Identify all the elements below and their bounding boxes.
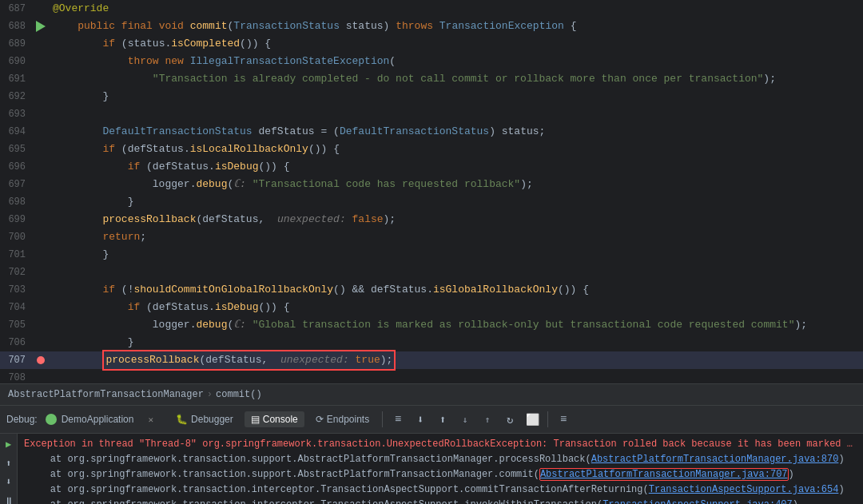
run-icon[interactable]: ▶ <box>2 439 15 451</box>
toolbar-separator-2 <box>547 411 548 427</box>
tab-console[interactable]: ▤ Console <box>245 411 304 427</box>
debug-toolbar: Debug: DemoApplication ✕ 🐛 Debugger ▤ Co… <box>0 406 863 434</box>
code-line-695: 695 if (defStatus.isLocalRollbackOnly())… <box>0 141 863 158</box>
console-content: ▶ ⬆ ⬇ ⏸ ⬛ Exception in thread "Thread-8"… <box>0 434 863 504</box>
code-line-690: 690 throw new IllegalTransactionStateExc… <box>0 53 863 70</box>
console-stack-line-1: at org.springframework.transaction.suppo… <box>24 452 857 467</box>
console-stack-line-4: at org.springframework.transaction.inter… <box>24 498 857 504</box>
code-line-699: 699 processRollback(defStatus, unexpecte… <box>0 211 863 228</box>
code-line-697: 697 logger.debug(ℂ: "Transactional code … <box>0 176 863 193</box>
debug-panel: Debug: DemoApplication ✕ 🐛 Debugger ▤ Co… <box>0 406 863 504</box>
console-area[interactable]: Exception in thread "Thread-8" org.sprin… <box>18 434 863 504</box>
code-line-708: 708 <box>0 369 863 383</box>
toolbar-step-into-btn[interactable]: ⇑ <box>479 411 496 428</box>
code-line-705: 705 logger.debug(ℂ: "Global transaction … <box>0 316 863 334</box>
toolbar-stop-btn[interactable]: ⬜ <box>523 411 541 428</box>
code-line-689: 689 if (status.isCompleted()) { <box>0 35 863 53</box>
code-line-691: 691 "Transaction is already completed - … <box>0 70 863 88</box>
code-line-687: 687 @Override <box>0 0 863 18</box>
code-line-696: 696 if (defStatus.isDebug()) { <box>0 158 863 176</box>
left-icons-bar: ▶ ⬆ ⬇ ⏸ ⬛ <box>0 434 18 504</box>
app-icon <box>46 414 57 425</box>
scroll-up-icon[interactable]: ⬆ <box>2 458 15 470</box>
breakpoint-indicator <box>37 356 45 364</box>
debug-label: Debug: <box>6 414 38 425</box>
code-line-706: 706 } <box>0 334 863 351</box>
toolbar-settings-btn[interactable]: ≡ <box>555 411 572 428</box>
tab-debugger[interactable]: 🐛 Debugger <box>169 411 240 427</box>
code-line-700: 700 return; <box>0 228 863 246</box>
tab-endpoints[interactable]: ⟳ Endpoints <box>309 411 376 427</box>
toolbar-refresh-btn[interactable]: ↻ <box>501 411 519 428</box>
code-editor[interactable]: 687 @Override 688 public final void comm… <box>0 0 863 383</box>
code-line-693: 693 <box>0 105 863 123</box>
code-line-704: 704 if (defStatus.isDebug()) { <box>0 299 863 316</box>
code-line-698: 698 } <box>0 193 863 211</box>
toolbar-up-btn[interactable]: ⬆ <box>434 411 451 428</box>
breadcrumb-bar: AbstractPlatformTransactionManager › com… <box>0 383 863 406</box>
code-line-694: 694 DefaultTransactionStatus defStatus =… <box>0 123 863 141</box>
toolbar-menu-btn[interactable]: ≡ <box>389 411 407 428</box>
toolbar-separator-1 <box>382 411 383 427</box>
breadcrumb-method[interactable]: commit() <box>216 389 262 400</box>
pause-icon[interactable]: ⏸ <box>2 495 15 504</box>
console-error-line: Exception in thread "Thread-8" org.sprin… <box>24 437 857 452</box>
code-line-702: 702 <box>0 264 863 281</box>
stack-link-1[interactable]: AbstractPlatformTransactionManager.java:… <box>591 454 839 465</box>
code-line-707: 707 processRollback(defStatus, unexpecte… <box>0 351 863 369</box>
current-line-arrow <box>36 21 46 32</box>
code-line-692: 692 } <box>0 88 863 105</box>
toolbar-down-btn[interactable]: ⬇ <box>412 411 429 428</box>
console-icon: ▤ <box>251 414 260 425</box>
app-close-btn[interactable]: ✕ <box>148 415 153 425</box>
stack-link-2[interactable]: AbstractPlatformTransactionManager.java:… <box>539 468 789 481</box>
debugger-icon: 🐛 <box>176 414 188 425</box>
console-stack-line-2: at org.springframework.transaction.suppo… <box>24 467 857 482</box>
endpoints-icon: ⟳ <box>316 414 324 425</box>
console-stack-line-3: at org.springframework.transaction.inter… <box>24 482 857 498</box>
code-line-703: 703 if (!shouldCommitOnGlobalRollbackOnl… <box>0 281 863 299</box>
stack-link-3[interactable]: TransactionAspectSupport.java:654 <box>649 484 839 495</box>
app-name: DemoApplication <box>62 414 134 425</box>
editor-container: 687 @Override 688 public final void comm… <box>0 0 863 504</box>
code-lines: 687 @Override 688 public final void comm… <box>0 0 863 383</box>
breadcrumb-class[interactable]: AbstractPlatformTransactionManager <box>8 389 204 400</box>
code-line-701: 701 } <box>0 246 863 264</box>
stack-link-4[interactable]: TransactionAspectSupport.java:407 <box>603 499 793 504</box>
scroll-down-icon[interactable]: ⬇ <box>2 476 15 489</box>
toolbar-step-over-btn[interactable]: ⇓ <box>456 411 474 428</box>
code-line-688: 688 public final void commit(Transaction… <box>0 18 863 35</box>
